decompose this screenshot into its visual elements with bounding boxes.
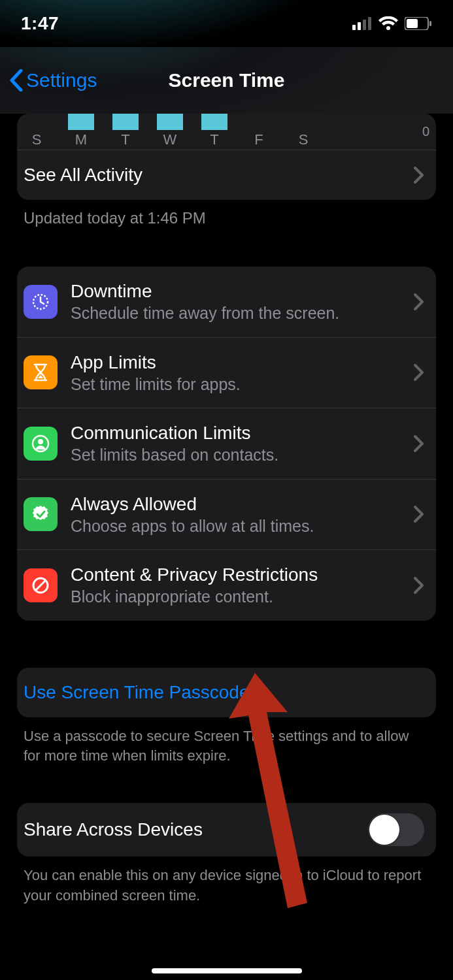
chart-bar-thu [201, 114, 227, 130]
svg-rect-3 [368, 17, 371, 30]
chart-bar-tue [112, 114, 139, 130]
see-all-activity-label: See All Activity [24, 165, 143, 186]
checkmark-seal-icon [24, 497, 58, 531]
row-subtitle: Choose apps to allow at all times. [71, 515, 401, 537]
svg-rect-5 [407, 19, 418, 28]
row-app-limits[interactable]: App Limits Set time limits for apps. [17, 338, 436, 409]
share-across-devices-row: Share Across Devices [17, 803, 436, 857]
row-title: App Limits [71, 351, 401, 374]
home-indicator[interactable] [152, 968, 302, 973]
row-subtitle: Set time limits for apps. [71, 374, 401, 395]
toggle-knob [369, 815, 399, 845]
screentime-options-list: Downtime Schedule time away from the scr… [17, 267, 436, 621]
wifi-icon [378, 16, 398, 31]
chevron-right-icon [414, 364, 424, 381]
share-toggle[interactable] [368, 813, 424, 846]
chevron-right-icon [414, 435, 424, 452]
passcode-hint: Use a passcode to secure Screen Time set… [17, 717, 436, 767]
no-entry-icon [24, 568, 58, 602]
row-title: Communication Limits [71, 421, 401, 444]
status-icons [352, 16, 432, 31]
chevron-left-icon [9, 69, 24, 91]
battery-icon [405, 17, 432, 30]
svg-rect-1 [358, 22, 361, 30]
row-subtitle: Set limits based on contacts. [71, 444, 401, 466]
row-subtitle: Block inappropriate content. [71, 586, 401, 608]
row-title: Always Allowed [71, 493, 401, 515]
svg-rect-2 [363, 20, 366, 30]
row-title: Downtime [71, 280, 401, 302]
chevron-right-icon [414, 293, 424, 310]
share-hint: You can enable this on any device signed… [17, 857, 436, 906]
svg-rect-6 [429, 21, 431, 26]
share-label: Share Across Devices [24, 819, 203, 840]
chart-axis-days: S M T W T F S [24, 131, 410, 148]
row-subtitle: Schedule time away from the screen. [71, 302, 401, 324]
status-time: 1:47 [21, 13, 59, 34]
hourglass-icon [24, 355, 58, 389]
contact-icon [24, 427, 58, 461]
chart-bar-wed [157, 114, 183, 130]
row-downtime[interactable]: Downtime Schedule time away from the scr… [17, 267, 436, 338]
chevron-right-icon [414, 167, 424, 184]
row-always-allowed[interactable]: Always Allowed Choose apps to allow at a… [17, 480, 436, 551]
see-all-activity-row[interactable]: See All Activity [17, 150, 436, 200]
cellular-icon [352, 17, 372, 30]
updated-text: Updated today at 1:46 PM [17, 200, 436, 227]
back-label: Settings [26, 69, 97, 91]
content: S M T W T F S 0 See All Activity Updated… [0, 114, 453, 980]
row-title: Content & Privacy Restrictions [71, 563, 401, 586]
back-button[interactable]: Settings [0, 69, 97, 91]
chart-bar-mon [68, 114, 94, 130]
chevron-right-icon [414, 577, 424, 594]
nav-bar: Settings Screen Time [0, 47, 453, 114]
chart-zero-label: 0 [422, 124, 429, 139]
row-content-privacy[interactable]: Content & Privacy Restrictions Block ina… [17, 550, 436, 621]
svg-point-9 [38, 439, 43, 444]
use-passcode-label: Use Screen Time Passcode [24, 682, 250, 702]
svg-line-11 [35, 580, 46, 591]
activity-card: S M T W T F S 0 See All Activity [17, 114, 436, 200]
svg-rect-0 [352, 25, 356, 30]
status-bar: 1:47 [0, 0, 453, 47]
weekly-chart: S M T W T F S 0 [17, 114, 436, 150]
chevron-right-icon [414, 506, 424, 523]
downtime-icon [24, 285, 58, 319]
row-communication-limits[interactable]: Communication Limits Set limits based on… [17, 408, 436, 480]
use-passcode-row[interactable]: Use Screen Time Passcode [17, 668, 436, 717]
